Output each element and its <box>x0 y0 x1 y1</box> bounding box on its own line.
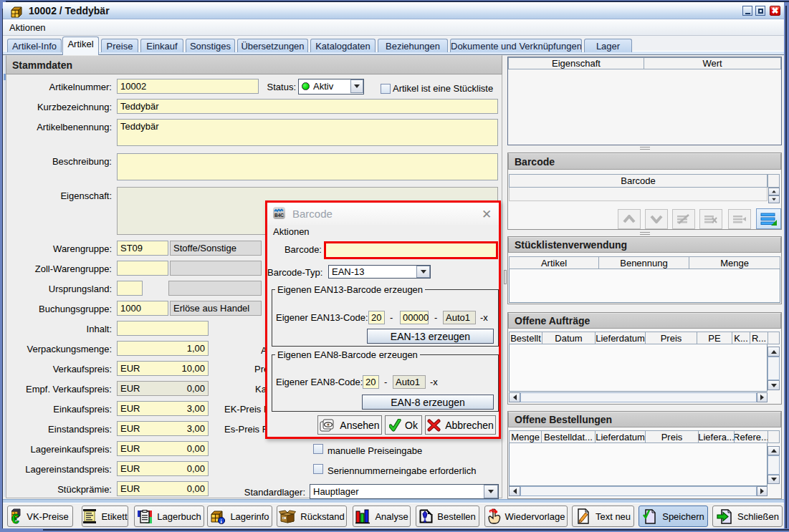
svg-text:B4C: B4C <box>274 213 284 218</box>
svg-text:€: € <box>11 511 19 525</box>
